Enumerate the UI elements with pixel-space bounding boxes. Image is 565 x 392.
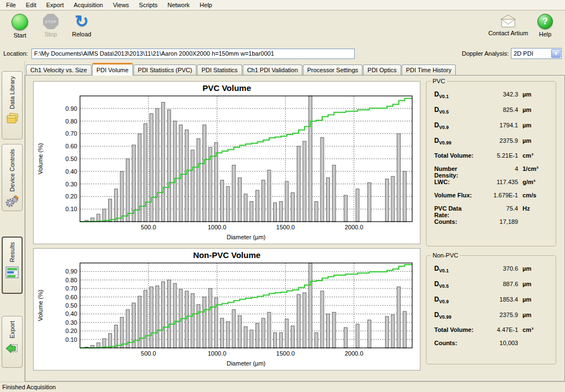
svg-text:0.50: 0.50 bbox=[66, 302, 77, 309]
tab-pdi-optics[interactable]: PDI Optics bbox=[363, 65, 401, 76]
svg-text:Diameter (µm): Diameter (µm) bbox=[227, 360, 266, 367]
svg-text:0.30: 0.30 bbox=[66, 181, 77, 187]
stat-value: 5.21E-1 bbox=[483, 152, 518, 159]
sidebar-item-device-controls[interactable]: Device Controls bbox=[2, 144, 23, 211]
stat-label: DV0.99 bbox=[434, 137, 478, 146]
stat-label: DV0.99 bbox=[434, 311, 478, 320]
tab-pdi-volume[interactable]: PDI Volume bbox=[92, 63, 133, 76]
stat-row-dv0-99: DV0.992375.9µm bbox=[434, 311, 550, 326]
nonpvc-stats-rows: DV0.1370.6µmDV0.5887.6µmDV0.91853.4µmDV0… bbox=[434, 265, 550, 353]
doppler-analysis-select[interactable]: 2D PDI ▼ bbox=[511, 48, 562, 59]
svg-text:0.40: 0.40 bbox=[66, 310, 77, 317]
menu-item-views[interactable]: Views bbox=[108, 1, 134, 9]
pdi-volume-tab-panel: PVC Volume 0.100.200.300.400.500.600.700… bbox=[25, 75, 565, 382]
stat-label: DV0.9 bbox=[434, 121, 478, 130]
toolbar: Start STOP Stop ↻ Reload Contact Artium … bbox=[0, 10, 565, 46]
stat-unit: 1/cm³ bbox=[523, 165, 550, 172]
pvc-stats-caption: PVC bbox=[431, 78, 447, 84]
stat-unit: µm bbox=[523, 312, 550, 318]
nonpvc-chart-title: Non-PVC Volume bbox=[34, 249, 420, 260]
stat-row-dv0-5: DV0.5887.6µm bbox=[434, 280, 550, 296]
stat-unit: µm bbox=[523, 91, 550, 98]
menu-item-file[interactable]: File bbox=[1, 1, 21, 9]
start-icon bbox=[12, 14, 28, 30]
menu-item-export[interactable]: Export bbox=[41, 1, 69, 9]
svg-text:0.60: 0.60 bbox=[66, 143, 77, 149]
stat-row-total-volume: Total Volume:4.47E-1cm³ bbox=[434, 326, 550, 340]
stop-button[interactable]: STOP Stop bbox=[35, 13, 66, 37]
stat-unit: µm bbox=[523, 265, 550, 272]
stat-unit: µm bbox=[523, 122, 550, 128]
tab-pdi-statistics-pvc[interactable]: PDI Statistics (PVC) bbox=[134, 65, 196, 76]
tab-ch1-pdi-validation[interactable]: Ch1 PDI Validation bbox=[243, 65, 302, 76]
menu-item-scripts[interactable]: Scripts bbox=[134, 1, 163, 9]
sidebar-item-label: Data Library bbox=[9, 76, 15, 109]
pvc-stats-panel: PVC DV0.1342.3µmDV0.5825.4µmDV0.91794.1µ… bbox=[426, 81, 556, 246]
stat-value: 17,189 bbox=[483, 218, 518, 225]
export-arrow-icon bbox=[5, 342, 19, 356]
stat-label: DV0.5 bbox=[434, 280, 478, 289]
menu-item-acquisition[interactable]: Acquisition bbox=[69, 1, 108, 9]
location-input[interactable]: F:\My Documents\AIMS Data\2013\2013\11\2… bbox=[31, 49, 355, 59]
contact-artium-label: Contact Artium bbox=[488, 30, 528, 36]
stat-value: 1853.4 bbox=[483, 296, 518, 303]
menu-item-edit[interactable]: Edit bbox=[21, 1, 41, 9]
menu-item-help[interactable]: Help bbox=[195, 1, 217, 9]
menu-bar: FileEditExportAcquisitionViewsScriptsNet… bbox=[0, 0, 565, 10]
svg-text:1500.0: 1500.0 bbox=[276, 350, 295, 357]
stat-value: 75.4 bbox=[483, 205, 518, 212]
main-area: Data LibraryDevice ControlsResultsExport… bbox=[0, 61, 565, 382]
svg-text:0.20: 0.20 bbox=[66, 193, 77, 200]
stat-label: Volume Flux: bbox=[434, 192, 478, 198]
sidebar-item-results[interactable]: Results bbox=[2, 237, 23, 294]
charts-column: PVC Volume 0.100.200.300.400.500.600.700… bbox=[33, 81, 420, 377]
pvc-volume-chart: 0.100.200.300.400.500.600.700.800.90500.… bbox=[34, 93, 419, 243]
stat-value: 10,003 bbox=[483, 340, 518, 346]
stat-value: 825.4 bbox=[483, 106, 518, 113]
svg-text:1000.0: 1000.0 bbox=[207, 224, 226, 230]
mail-icon bbox=[499, 14, 517, 28]
pvc-chart-title: PVC Volume bbox=[34, 82, 420, 93]
doppler-analysis-group: Doppler Analysis: 2D PDI ▼ bbox=[462, 48, 562, 59]
stat-row-volume-flux: Volume Flux:1.679E-1cm/s bbox=[434, 192, 550, 205]
nonpvc-volume-chart: 0.100.200.300.400.500.600.700.800.90500.… bbox=[34, 260, 419, 369]
chevron-down-icon: ▼ bbox=[551, 49, 561, 58]
stop-icon: STOP bbox=[43, 14, 58, 29]
svg-text:0.30: 0.30 bbox=[66, 319, 77, 326]
sidebar-item-export[interactable]: Export bbox=[2, 316, 23, 368]
svg-text:500.0: 500.0 bbox=[141, 350, 156, 357]
stat-unit: cm/s bbox=[523, 192, 550, 198]
stat-row-dv0-99: DV0.992375.9µm bbox=[434, 137, 550, 152]
sidebar-item-data-library[interactable]: Data Library bbox=[2, 71, 23, 139]
svg-text:0.20: 0.20 bbox=[66, 327, 77, 334]
stat-label: Counts: bbox=[434, 340, 478, 346]
tab-ch1-velocity-vs-size[interactable]: Ch1 Velocity vs. Size bbox=[26, 65, 92, 76]
svg-text:Diameter (µm): Diameter (µm) bbox=[227, 234, 266, 240]
help-button[interactable]: ? Help bbox=[530, 13, 561, 37]
stat-row-dv0-9: DV0.91794.1µm bbox=[434, 121, 550, 137]
help-button-label: Help bbox=[539, 31, 552, 37]
stats-column: PVC DV0.1342.3µmDV0.5825.4µmDV0.91794.1µ… bbox=[426, 81, 556, 377]
contact-artium-button[interactable]: Contact Artium bbox=[487, 13, 530, 36]
stat-label: DV0.1 bbox=[434, 265, 478, 273]
start-button-label: Start bbox=[13, 32, 26, 39]
reload-button[interactable]: ↻ Reload bbox=[66, 13, 97, 37]
svg-text:0.70: 0.70 bbox=[66, 285, 77, 292]
tab-pdi-time-history[interactable]: PDI Time History bbox=[402, 65, 456, 76]
folder-icon bbox=[5, 112, 19, 127]
stat-row-counts: Counts:10,003 bbox=[434, 340, 550, 353]
stat-unit: Hz bbox=[523, 205, 550, 212]
content-area: Ch1 Velocity vs. SizePDI VolumePDI Stati… bbox=[25, 61, 565, 382]
stat-row-dv0-1: DV0.1370.6µm bbox=[434, 265, 550, 280]
stat-label: Total Volume: bbox=[434, 152, 478, 159]
stat-value: 1.679E-1 bbox=[483, 192, 518, 198]
stop-button-label: Stop bbox=[45, 31, 57, 37]
stat-value: 4.47E-1 bbox=[483, 326, 518, 333]
stat-label: Number Density: bbox=[434, 165, 478, 179]
tab-processor-settings[interactable]: Processor Settings bbox=[303, 65, 363, 76]
tab-pdi-statistics[interactable]: PDI Statistics bbox=[197, 65, 242, 76]
nonpvc-volume-chart-box: Non-PVC Volume 0.100.200.300.400.500.600… bbox=[33, 248, 420, 370]
stat-label: Total Volume: bbox=[434, 326, 478, 333]
start-button[interactable]: Start bbox=[4, 13, 35, 39]
menu-item-network[interactable]: Network bbox=[162, 1, 194, 9]
